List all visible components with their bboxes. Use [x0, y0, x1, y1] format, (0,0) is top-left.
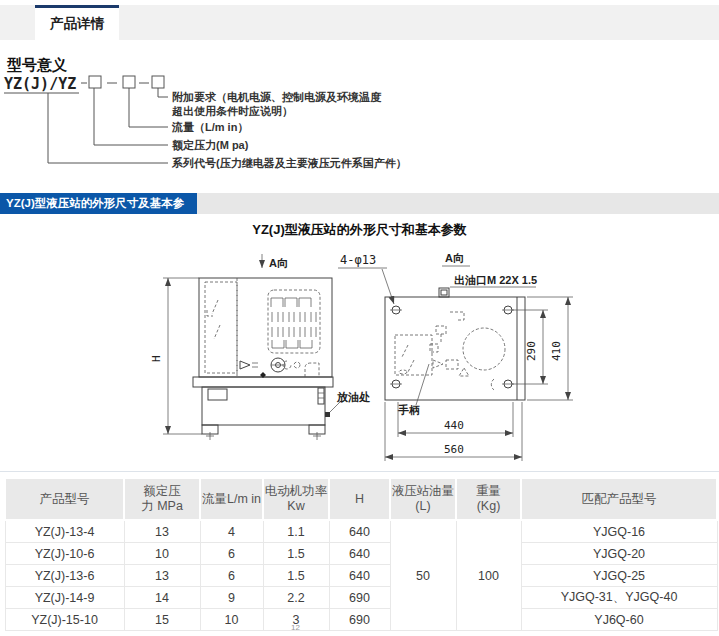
model-box-additional [152, 76, 164, 88]
level-gauge-dashed [205, 282, 237, 373]
cell-match: YJGQ-31、YJGQ-40 [521, 587, 717, 609]
spec-table-wrap: 产品型号 额定压 力 MPa 流量L/m in 电动机功率 Kw H 液压站油量… [4, 477, 718, 631]
view-a-label: A向 [445, 252, 464, 264]
dim-560: 560 [444, 443, 464, 456]
table-row: YZ(J)-15-10 15 10 3 690 YJ6Q-60 [5, 609, 717, 631]
col-header-weight-line1: 重量 [457, 484, 520, 499]
view-a-arrow-label: A向 [269, 257, 288, 269]
col-header-oil-line1: 液压站油量 [391, 484, 455, 499]
cell-model: YZ(J)-13-4 [5, 520, 124, 543]
cell-model: YZ(J)-13-6 [5, 565, 124, 587]
col-header-weight-line2: (Kg) [457, 499, 520, 514]
top-view: 4-φ13 A向 出油口M 22X 1.5 手柄 [338, 252, 573, 461]
col-header-pressure: 额定压 力 MPa [124, 478, 200, 520]
cell-flow: 4 [200, 520, 263, 543]
cell-model: YZ(J)-15-10 [5, 609, 124, 631]
spec-table: 产品型号 额定压 力 MPa 流量L/m in 电动机功率 Kw H 液压站油量… [4, 477, 718, 631]
cell-h: 640 [329, 520, 390, 543]
holes-label: 4-φ13 [340, 253, 376, 267]
cell-flow: 9 [200, 587, 263, 609]
model-box-flow [123, 76, 135, 88]
cell-flow: 6 [200, 565, 263, 587]
dim-h-label: H [150, 355, 163, 362]
table-top-rule [0, 471, 719, 472]
cell-model: YZ(J)-10-6 [5, 543, 124, 565]
cell-pressure: 10 [124, 543, 200, 565]
col-header-power: 电动机功率 Kw [263, 478, 329, 520]
col-header-oil-line2: (L) [391, 499, 455, 514]
model-code-diagram: YZ(J)/YZ 附加要求（电机电源、控制电源及环境温度 超出使用条件时应说明）… [0, 70, 430, 188]
cell-oil-merged: 50 [390, 520, 456, 631]
drain-label: 放油处 [336, 391, 370, 403]
cell-weight-merged: 100 [456, 520, 521, 631]
table-row: YZ(J)-13-4 13 4 1.1 640 50 100 YJGQ-16 [5, 520, 717, 543]
cell-pressure: 13 [124, 520, 200, 543]
motor-top-dashed [463, 328, 505, 370]
cell-pressure: 15 [124, 609, 200, 631]
dim-290: 290 [525, 341, 538, 361]
label-pressure: 额定压力(M pa) [171, 139, 249, 152]
dim-440: 440 [444, 419, 464, 432]
cell-flow: 10 [200, 609, 263, 631]
table-row: YZ(J)-14-9 14 9 2.2 690 YJGQ-31、YJGQ-40 [5, 587, 717, 609]
cell-h: 690 [329, 609, 390, 631]
col-header-weight: 重量 (Kg) [456, 478, 521, 520]
model-code-text: YZ(J)/YZ [4, 75, 76, 93]
cell-match: YJGQ-20 [521, 543, 717, 565]
page-number: 12 [291, 623, 300, 632]
cabinet-outline [202, 387, 325, 425]
label-additional-line2: 超出使用条件时应说明） [171, 105, 293, 118]
cell-h: 690 [329, 587, 390, 609]
cell-power: 1.5 [263, 565, 329, 587]
cell-h: 640 [329, 543, 390, 565]
col-header-model: 产品型号 [5, 478, 124, 520]
col-header-power-line2: Kw [264, 499, 328, 514]
shelf-plate [193, 377, 333, 387]
col-header-pressure-line2: 力 MPa [125, 499, 199, 514]
cell-pressure: 13 [124, 565, 200, 587]
label-additional-line1: 附加要求（电机电源、控制电源及环境温度 [172, 91, 382, 104]
model-box-pressure [89, 76, 101, 88]
col-header-power-line1: 电动机功率 [264, 484, 328, 499]
cell-model: YZ(J)-14-9 [5, 587, 124, 609]
cell-power: 2.2 [263, 587, 329, 609]
col-header-oil: 液压站油量 (L) [390, 478, 456, 520]
cell-match: YJGQ-25 [521, 565, 717, 587]
dim-410: 410 [550, 341, 563, 361]
label-flow: 流量（L/m in） [171, 121, 248, 134]
cell-power: 1.5 [263, 543, 329, 565]
outlet-label: 出油口M 22X 1.5 [454, 274, 537, 286]
col-header-h: H [329, 478, 390, 520]
name-plate [208, 389, 227, 400]
technical-drawing: A向 H 放油处 [130, 240, 675, 475]
col-header-match: 匹配产品型号 [521, 478, 717, 520]
cell-pressure: 14 [124, 587, 200, 609]
cell-flow: 6 [200, 543, 263, 565]
drain-point [325, 412, 330, 417]
col-header-flow: 流量L/m in [200, 478, 263, 520]
drawing-title: YZ(J)型液压站的外形尺寸和基本参数 [0, 221, 719, 239]
cell-match: YJ6Q-60 [521, 609, 717, 631]
cell-match: YJGQ-16 [521, 520, 717, 543]
header-row: 产品型号 额定压 力 MPa 流量L/m in 电动机功率 Kw H 液压站油量… [5, 478, 717, 520]
tab-product-details[interactable]: 产品详情 [35, 5, 119, 40]
cell-power: 1.1 [263, 520, 329, 543]
section-banner: YZ(J)型液压站的外形尺寸及基本参 [0, 193, 197, 214]
section-banner-row: YZ(J)型液压站的外形尺寸及基本参 [0, 193, 719, 214]
label-series: 系列代号(压力继电器及主要液压元件系国产件） [171, 157, 407, 170]
table-row: YZ(J)-13-6 13 6 1.5 640 YJGQ-25 [5, 565, 717, 587]
tab-bar: 产品详情 [0, 5, 719, 40]
front-view: A向 H 放油处 [150, 254, 370, 440]
handle-label: 手柄 [397, 404, 420, 416]
oil-sight-gauge [318, 388, 324, 404]
col-header-pressure-line1: 额定压 [125, 484, 199, 499]
table-row: YZ(J)-10-6 10 6 1.5 640 YJGQ-20 [5, 543, 717, 565]
cell-h: 640 [329, 565, 390, 587]
